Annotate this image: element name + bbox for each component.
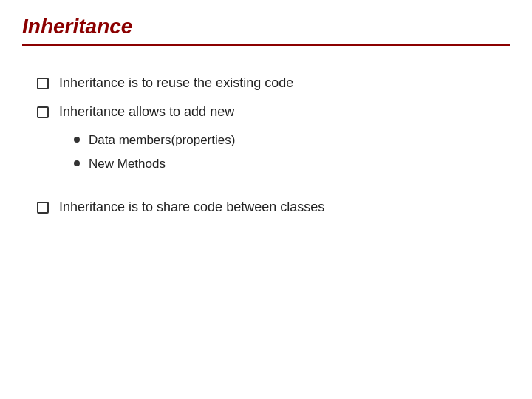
bullet-item-3: Inheritance is to share code between cla… [37,200,495,215]
checkbox-icon-2 [37,106,49,118]
sub-bullet-item-1: Data members(properties) [74,133,495,148]
dot-icon-2 [74,160,80,166]
sub-bullets-2: Data members(properties) New Methods [74,133,495,171]
bullet-text-1: Inheritance is to reuse the existing cod… [59,75,293,91]
bullet-text-2: Inheritance allows to add new [59,104,234,120]
spacer [37,185,495,200]
sub-bullet-text-2: New Methods [89,157,166,171]
content-area: Inheritance is to reuse the existing cod… [22,68,510,236]
bullet-item-1: Inheritance is to reuse the existing cod… [37,75,495,91]
checkbox-icon-1 [37,78,49,89]
sub-bullet-text-1: Data members(properties) [89,133,235,148]
title-section: Inheritance [22,15,510,46]
bullet-text-3: Inheritance is to share code between cla… [59,200,324,215]
slide-title: Inheritance [22,15,132,38]
bullet-item-2: Inheritance allows to add new [37,104,495,120]
slide: Inheritance Inheritance is to reuse the … [0,0,532,399]
dot-icon-1 [74,137,80,143]
sub-bullet-item-2: New Methods [74,157,495,171]
checkbox-icon-3 [37,202,49,214]
